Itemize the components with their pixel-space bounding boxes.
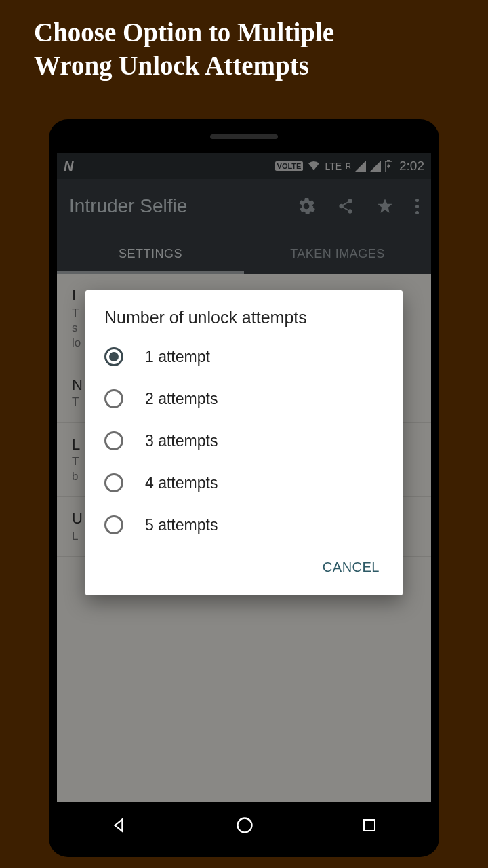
dialog-title: Number of unlock attempts	[85, 308, 403, 336]
device-speaker	[210, 134, 278, 139]
radio-option-5-attempts[interactable]: 5 attempts	[85, 504, 403, 546]
radio-icon	[104, 431, 123, 450]
device-screen: N VOLTE LTE R 2:02 Intruder Selfie	[57, 153, 431, 802]
radio-option-3-attempts[interactable]: 3 attempts	[85, 420, 403, 462]
radio-icon	[104, 389, 123, 408]
radio-icon	[104, 473, 123, 492]
recent-apps-icon[interactable]	[361, 817, 378, 833]
android-nav-bar	[57, 802, 431, 849]
promo-heading: Choose Option to Multiple Wrong Unlock A…	[0, 0, 488, 90]
modal-overlay[interactable]: Number of unlock attempts 1 attempt 2 at…	[57, 153, 431, 802]
radio-icon	[104, 347, 123, 366]
radio-option-4-attempts[interactable]: 4 attempts	[85, 462, 403, 504]
radio-icon	[104, 515, 123, 534]
svg-point-2	[238, 818, 252, 833]
radio-option-1-attempt[interactable]: 1 attempt	[85, 336, 403, 378]
radio-option-2-attempts[interactable]: 2 attempts	[85, 378, 403, 420]
svg-rect-3	[364, 820, 375, 831]
back-icon[interactable]	[110, 816, 128, 834]
cancel-button[interactable]: CANCEL	[314, 553, 388, 582]
device-frame: N VOLTE LTE R 2:02 Intruder Selfie	[49, 119, 439, 857]
attempts-dialog: Number of unlock attempts 1 attempt 2 at…	[85, 290, 403, 595]
home-icon[interactable]	[235, 816, 254, 835]
